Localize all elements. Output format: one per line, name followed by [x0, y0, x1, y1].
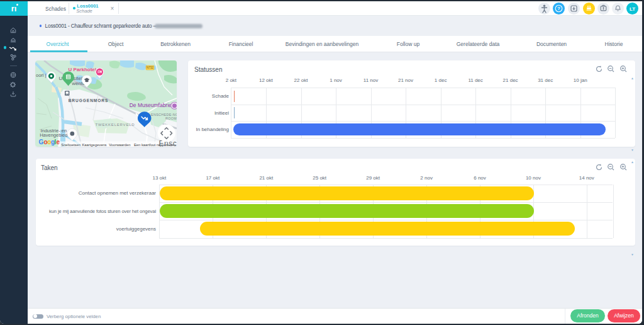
svg-text:Sneltoetsen: Sneltoetsen [61, 143, 80, 147]
svg-text:BRUGGENMORS: BRUGGENMORS [69, 98, 109, 103]
svg-text:?: ? [557, 6, 560, 11]
svg-text:ROOMB: ROOMB [165, 117, 177, 120]
svg-text:De Museumfabriek: De Museumfabriek [130, 102, 175, 108]
svg-text:Kaartgegevens: Kaartgegevens [82, 143, 107, 147]
svg-text:G: G [39, 139, 44, 145]
svg-text:oorl |: oorl | [36, 72, 47, 78]
svg-text:U Parkhotel: U Parkhotel [69, 67, 96, 72]
svg-text:Havengebied: Havengebied [40, 132, 67, 138]
svg-text:TWEKKELERVELD: TWEKKELERVELD [96, 123, 135, 127]
svg-text:e: e [56, 139, 60, 145]
svg-text:Voorwaarden: Voorwaarden [109, 143, 130, 147]
svg-text:N732: N732 [147, 66, 153, 69]
